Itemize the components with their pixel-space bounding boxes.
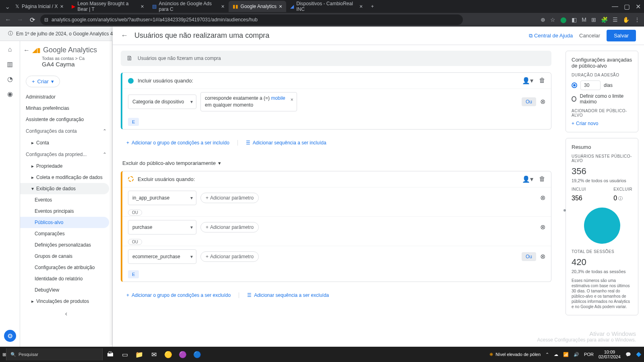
sidebar-item-comparisons[interactable]: Comparações [20,228,112,239]
and-button[interactable]: E [128,270,139,278]
extension-icon[interactable]: ⬤ [560,16,567,23]
close-icon[interactable]: × [359,3,363,10]
mail-icon[interactable]: ✉ [149,349,159,360]
dimension-selector[interactable]: Categoria de dispositivo [128,95,196,109]
advertising-icon[interactable]: ◉ [7,90,13,98]
minimize-icon[interactable]: — [612,3,618,10]
scope-icon[interactable]: 👤▾ [522,77,533,84]
browser-tab-active[interactable]: ▮▮Google Analytics× [229,1,287,12]
sidebar-item-events[interactable]: Eventos [20,194,112,206]
explore-icon[interactable]: ◔ [7,75,13,83]
remove-row-icon[interactable]: ⊗ [540,194,545,202]
clear-value-icon[interactable]: × [291,97,293,103]
close-window-icon[interactable]: ✕ [636,3,641,10]
add-exclude-group[interactable]: +Adicionar o grupo de condições a ser ex… [126,292,239,298]
create-button[interactable]: +Criar▾ [26,76,60,87]
remove-row-icon[interactable]: ⊗ [540,223,545,231]
sidebar-item-audiences[interactable]: Públicos-alvo [20,217,109,228]
sidebar-item-custom-def[interactable]: Definições personalizadas [20,239,112,251]
info-icon[interactable]: ⓘ [618,195,623,202]
task-view-icon[interactable]: ▭ [120,349,130,360]
remove-row-icon[interactable]: ⊗ [540,253,545,260]
sidebar-item-identity[interactable]: Identidade do relatório [20,273,112,284]
browser-tab[interactable]: ▤Anúncios de Google Ads para C× [148,1,229,12]
notification-icon[interactable]: 💬 [625,352,631,357]
event-selector[interactable]: purchase [128,220,196,234]
tab-dropdown-icon[interactable]: ⌄ [3,3,11,10]
sidebar-item-attribution[interactable]: Configurações de atribuição [20,262,112,273]
sidebar-item-linking[interactable]: ▸Vinculações de produtos [20,296,112,307]
reports-icon[interactable]: ▥ [7,60,13,68]
back-icon[interactable]: ← [23,47,30,54]
new-tab-button[interactable]: + [367,1,378,12]
or-button[interactable]: Ou [522,97,536,106]
language-icon[interactable]: POR [584,352,594,357]
audience-title[interactable]: Usuários que não realizaram uma compra [134,31,269,40]
add-include-group[interactable]: +Adicionar o grupo de condições a ser in… [126,140,238,146]
duration-max-radio[interactable] [572,96,576,102]
browser-tab[interactable]: 𝕏Página Inicial / X× [11,1,68,12]
sidebar-item-display[interactable]: ▾Exibição de dados [20,183,109,194]
maximize-icon[interactable]: ▢ [624,3,630,10]
or-button[interactable]: Ou [522,252,536,261]
duration-days-radio[interactable] [572,82,577,88]
cancel-button[interactable]: Cancelar [579,33,600,39]
browser-tab[interactable]: ▶Leon Massey Brought a Bear | T× [68,1,148,12]
extension-icon[interactable]: M [582,16,586,23]
home-icon[interactable]: ⌂ [8,46,12,53]
tray-chevron-icon[interactable]: ⌃ [545,352,549,357]
duration-input[interactable]: 30 [580,80,601,90]
sidebar-item-key-events[interactable]: Eventos principais [20,206,112,217]
sidebar-item-account[interactable]: ▸Conta [20,137,112,148]
chrome-icon[interactable]: 🟡 [163,349,173,360]
and-button[interactable]: E [128,118,139,126]
delete-group-icon[interactable]: 🗑 [539,77,545,84]
breadcrumb[interactable]: Todas as contas > Ca [36,56,112,61]
close-icon[interactable]: × [60,3,63,10]
collapse-sidebar-icon[interactable]: ‹ [20,307,112,321]
profile-avatar-icon[interactable]: ✋ [623,16,630,23]
extensions-menu-icon[interactable]: 🧩 [601,16,608,23]
condition-value[interactable]: corresponde exatamente a (=) mobile em q… [200,92,297,111]
event-selector[interactable]: in_app_purchase [128,191,196,205]
extension-icon[interactable]: ⊞ [591,16,596,23]
add-parameter-button[interactable]: +Adicionar parâmetro [200,193,259,203]
chrome-menu-icon[interactable]: ⋮ [634,16,640,23]
sidebar-item-property[interactable]: ▸Propriedade [20,160,112,172]
remove-row-icon[interactable]: ⊗ [540,98,545,105]
sidebar-item-setup[interactable]: Assistente de configuração [20,114,112,125]
close-icon[interactable]: × [221,3,224,10]
extension-icon[interactable]: ◧ [572,16,577,23]
save-button[interactable]: Salvar [607,30,636,41]
sidebar-item-admin[interactable]: Administrador [20,91,112,103]
back-arrow-icon[interactable]: ← [121,31,128,40]
delete-group-icon[interactable]: 🗑 [539,175,545,183]
sidebar-section-property[interactable]: Configurações da propried...⌃ [20,148,112,160]
zoom-icon[interactable]: ⊕ [541,16,545,23]
pollen-widget[interactable]: ❋Nível elevado de pólen [489,352,541,357]
app-icon[interactable]: 🟣 [178,349,188,360]
clock[interactable]: 10:09 02/07/2024 [599,350,621,359]
reading-list-icon[interactable]: ☰ [613,16,618,23]
start-button[interactable]: ⊞ [2,352,6,357]
sidebar-item-channels[interactable]: Grupos de canais [20,251,112,262]
bookmark-icon[interactable]: ☆ [550,16,555,23]
explorer-icon[interactable]: 📁 [134,349,144,360]
address-bar[interactable]: ⊟ analytics.google.com/analytics/web/?au… [40,14,463,25]
event-selector[interactable]: ecommerce_purchase [128,249,196,264]
sidebar-section-account[interactable]: Configurações da conta⌃ [20,125,112,137]
browser-tab[interactable]: ◢Dispositivos - CambioReal INC× [286,1,367,12]
close-icon[interactable]: × [279,3,282,10]
close-icon[interactable]: × [140,3,144,10]
tray-app-icon[interactable]: 🔷 [636,352,642,357]
volume-icon[interactable]: 🔊 [574,352,579,357]
help-link[interactable]: ⧉Central de Ajuda [529,33,573,39]
audience-description[interactable]: 🗎 Usuários que não fizeram uma compra [121,51,551,66]
wifi-icon[interactable]: 📶 [563,352,569,357]
add-parameter-button[interactable]: +Adicionar parâmetro [200,251,259,262]
add-parameter-button[interactable]: +Adicionar parâmetro [200,222,259,232]
sidebar-item-prefs[interactable]: Minhas preferências [20,103,112,114]
reload-icon[interactable]: ⟳ [28,16,36,24]
add-include-sequence[interactable]: ☰Adicionar sequência a ser incluída [246,140,326,146]
add-exclude-sequence[interactable]: ☰Adicionar sequência a ser excluída [247,292,329,298]
